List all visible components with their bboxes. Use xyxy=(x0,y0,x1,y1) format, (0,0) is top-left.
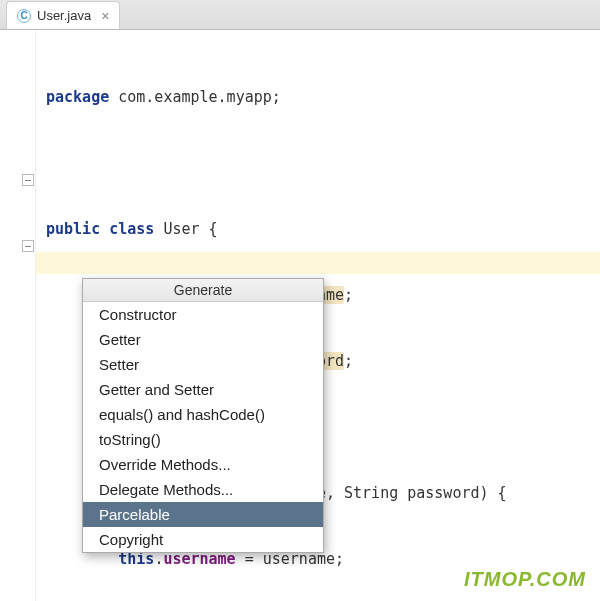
popup-title: Generate xyxy=(83,279,323,302)
code-text: ; xyxy=(344,352,353,370)
generate-item-override-methods[interactable]: Override Methods... xyxy=(83,452,323,477)
generate-item-constructor[interactable]: Constructor xyxy=(83,302,323,327)
generate-item-copyright[interactable]: Copyright xyxy=(83,527,323,552)
code-keyword: class xyxy=(100,220,154,238)
code-text xyxy=(46,352,82,370)
generate-item-tostring[interactable]: toString() xyxy=(83,427,323,452)
generate-item-setter[interactable]: Setter xyxy=(83,352,323,377)
current-line-highlight xyxy=(36,252,600,274)
code-text: ; xyxy=(344,286,353,304)
code-text xyxy=(46,484,82,502)
fold-close-icon[interactable] xyxy=(22,240,34,252)
class-icon: C xyxy=(17,9,31,23)
watermark-text: ITMOP.COM xyxy=(464,568,586,591)
code-keyword: package xyxy=(46,88,109,106)
code-text: com.example.myapp; xyxy=(109,88,281,106)
fold-open-icon[interactable] xyxy=(22,174,34,186)
code-text: User { xyxy=(154,220,217,238)
generate-item-parcelable[interactable]: Parcelable xyxy=(83,502,323,527)
close-icon[interactable]: × xyxy=(101,8,109,24)
code-keyword: public xyxy=(46,220,100,238)
editor-tab-user-java[interactable]: C User.java × xyxy=(6,1,120,29)
generate-item-getter[interactable]: Getter xyxy=(83,327,323,352)
generate-item-delegate-methods[interactable]: Delegate Methods... xyxy=(83,477,323,502)
generate-popup: Generate ConstructorGetterSetterGetter a… xyxy=(82,278,324,553)
tab-title: User.java xyxy=(37,8,91,23)
code-text xyxy=(46,286,82,304)
editor-tab-bar: C User.java × xyxy=(0,0,600,30)
generate-item-getter-and-setter[interactable]: Getter and Setter xyxy=(83,377,323,402)
editor-gutter xyxy=(0,30,36,601)
generate-item-equals-and-hashcode[interactable]: equals() and hashCode() xyxy=(83,402,323,427)
